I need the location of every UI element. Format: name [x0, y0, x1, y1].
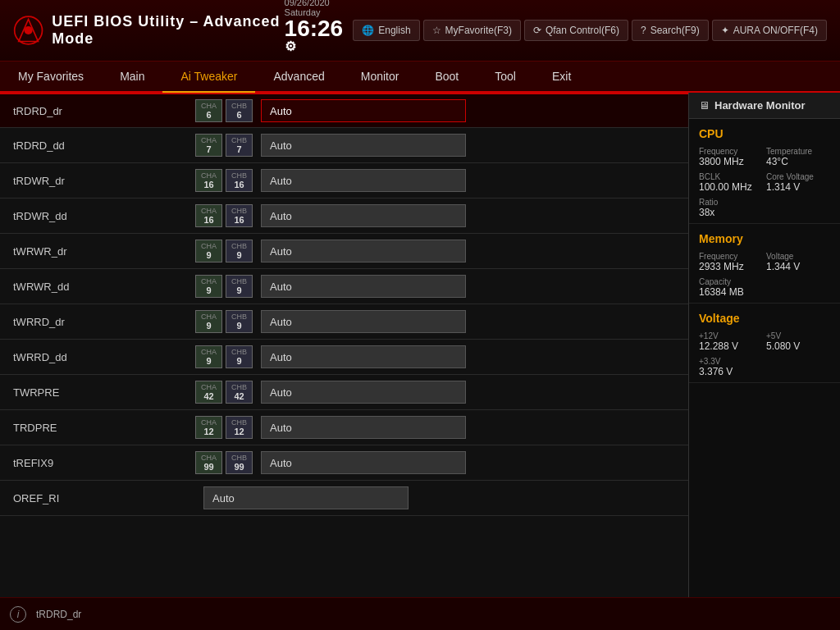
chb-badge: CHB12 — [226, 416, 253, 439]
cpu-grid: Frequency 3800 MHz Temperature 43°C BCLK… — [699, 147, 830, 218]
app-title: UEFI BIOS Utility – Advanced Mode — [52, 13, 284, 48]
setting-value[interactable]: Auto — [261, 381, 466, 404]
channel-badges: CHA9CHB9 — [195, 345, 253, 368]
table-row[interactable]: TRDPRECHA12CHB12Auto — [0, 410, 688, 445]
row-label: tRDWR_dr — [7, 175, 195, 187]
chb-badge: CHB9 — [226, 310, 253, 333]
row-label: tWRRD_dd — [7, 351, 195, 363]
table-row[interactable]: tWRRD_ddCHA9CHB9Auto — [0, 340, 688, 375]
table-row[interactable]: tREFIX9CHA99CHB99Auto — [0, 445, 688, 481]
cpu-temperature-item: Temperature 43°C — [766, 147, 830, 167]
globe-icon: 🌐 — [362, 25, 374, 36]
search-button[interactable]: ? Search(F9) — [632, 20, 709, 41]
row-label: tRDRD_dd — [7, 139, 195, 152]
language-button[interactable]: 🌐 English — [353, 20, 419, 41]
settings-table: tRDRD_drCHA6CHB6AutotRDRD_ddCHA7CHB7Auto… — [0, 93, 688, 597]
setting-value[interactable]: Auto — [261, 451, 466, 474]
chb-badge: CHB42 — [226, 381, 253, 404]
cpu-core-voltage-item: Core Voltage 1.314 V — [766, 172, 830, 193]
setting-value[interactable]: Auto — [261, 310, 466, 333]
cha-badge: CHA9 — [195, 240, 222, 262]
chb-badge: CHB9 — [226, 275, 253, 298]
table-row[interactable]: tRDWR_ddCHA16CHB16Auto — [0, 199, 688, 234]
monitor-icon: 🖥 — [699, 99, 710, 112]
cha-badge: CHA16 — [195, 204, 222, 227]
memory-grid: Frequency 2933 MHz Voltage 1.344 V Capac… — [699, 252, 830, 298]
voltage-grid: +12V 12.288 V +5V 5.080 V +3.3V 3.376 V — [699, 331, 830, 377]
chb-badge: CHB9 — [226, 345, 253, 368]
table-row[interactable]: TWRPRECHA42CHB42Auto — [0, 375, 688, 410]
setting-value[interactable]: Auto — [261, 345, 466, 368]
chb-badge: CHB6 — [226, 99, 253, 122]
table-row[interactable]: tRDRD_ddCHA7CHB7Auto — [0, 128, 688, 163]
nav-my-favorites[interactable]: My Favorites — [0, 62, 102, 91]
row-label: tWRRD_dr — [7, 316, 195, 328]
table-row[interactable]: tWRRD_drCHA9CHB9Auto — [0, 304, 688, 340]
row-label: tRDRD_dr — [7, 105, 195, 117]
table-row[interactable]: OREF_RIAuto — [0, 481, 688, 516]
cpu-bclk-item: BCLK 100.00 MHz — [699, 172, 763, 193]
setting-value[interactable]: Auto — [261, 169, 466, 192]
info-icon: i — [10, 606, 26, 623]
row-label: TWRPRE — [7, 386, 195, 399]
channel-badges: CHA9CHB9 — [195, 310, 253, 333]
row-label: tREFIX9 — [7, 457, 195, 469]
hw-monitor-title: Hardware Monitor — [714, 99, 806, 112]
cha-badge: CHA42 — [195, 381, 222, 404]
nav-ai-tweaker[interactable]: Ai Tweaker — [162, 62, 255, 93]
nav-exit[interactable]: Exit — [534, 62, 589, 91]
nav-monitor[interactable]: Monitor — [343, 62, 418, 91]
cpu-frequency-item: Frequency 3800 MHz — [699, 147, 763, 167]
datetime-block: 09/26/2020 Saturday 16:26 ⚙ — [285, 0, 344, 63]
setting-value[interactable]: Auto — [261, 99, 466, 122]
aura-icon: ✦ — [721, 25, 729, 36]
aura-button[interactable]: ✦ AURA ON/OFF(F4) — [712, 20, 827, 41]
gear-icon[interactable]: ⚙ — [285, 39, 296, 53]
setting-value[interactable]: Auto — [261, 204, 466, 227]
setting-value[interactable]: Auto — [261, 134, 466, 157]
hardware-monitor-sidebar: 🖥 Hardware Monitor CPU Frequency 3800 MH… — [688, 93, 840, 597]
setting-value[interactable]: Auto — [261, 416, 466, 439]
nav-tool[interactable]: Tool — [477, 62, 534, 91]
channel-badges: CHA7CHB7 — [195, 134, 253, 157]
svg-point-2 — [25, 26, 33, 34]
cha-badge: CHA9 — [195, 275, 222, 298]
table-row[interactable]: tRDWR_drCHA16CHB16Auto — [0, 163, 688, 199]
table-row[interactable]: tRDRD_drCHA6CHB6Auto — [0, 93, 688, 128]
nav-main[interactable]: Main — [102, 62, 162, 91]
table-row[interactable]: tWRWR_drCHA9CHB9Auto — [0, 234, 688, 269]
time-display: 16:26 ⚙ — [285, 17, 344, 63]
qfan-button[interactable]: ⟳ Qfan Control(F6) — [524, 20, 628, 41]
nav-boot[interactable]: Boot — [417, 62, 477, 91]
channel-badges: CHA99CHB99 — [195, 451, 253, 474]
memory-section: Memory Frequency 2933 MHz Voltage 1.344 … — [689, 224, 840, 304]
row-label: tWRWR_dd — [7, 281, 195, 293]
row-label: OREF_RI — [7, 492, 195, 504]
setting-value[interactable]: Auto — [203, 486, 409, 509]
cpu-section: CPU Frequency 3800 MHz Temperature 43°C … — [689, 119, 840, 224]
cha-badge: CHA7 — [195, 134, 222, 157]
memory-section-title: Memory — [699, 232, 830, 245]
cha-badge: CHA12 — [195, 416, 222, 439]
myfavorite-button[interactable]: ☆ MyFavorite(F3) — [423, 20, 521, 41]
cha-badge: CHA99 — [195, 451, 222, 474]
channel-badges: CHA9CHB9 — [195, 240, 253, 262]
fan-icon: ⟳ — [533, 25, 541, 36]
channel-badges: CHA16CHB16 — [195, 169, 253, 192]
setting-value[interactable]: Auto — [261, 275, 466, 298]
header: UEFI BIOS Utility – Advanced Mode 09/26/… — [0, 0, 840, 62]
cha-badge: CHA9 — [195, 345, 222, 368]
row-label: tWRWR_dr — [7, 245, 195, 258]
chb-badge: CHB99 — [226, 451, 253, 474]
channel-badges: CHA16CHB16 — [195, 204, 253, 227]
memory-voltage-item: Voltage 1.344 V — [766, 252, 830, 272]
v33-item: +3.3V 3.376 V — [699, 357, 830, 377]
voltage-section: Voltage +12V 12.288 V +5V 5.080 V +3.3V … — [689, 304, 840, 383]
date-display: 09/26/2020 Saturday — [285, 0, 344, 17]
bottom-info-bar: i tRDRD_dr — [0, 597, 840, 630]
table-row[interactable]: tWRWR_ddCHA9CHB9Auto — [0, 269, 688, 304]
header-controls: 09/26/2020 Saturday 16:26 ⚙ 🌐 English ☆ … — [285, 0, 827, 63]
setting-value[interactable]: Auto — [261, 240, 466, 262]
cha-badge: CHA6 — [195, 99, 222, 122]
nav-advanced[interactable]: Advanced — [255, 62, 342, 91]
